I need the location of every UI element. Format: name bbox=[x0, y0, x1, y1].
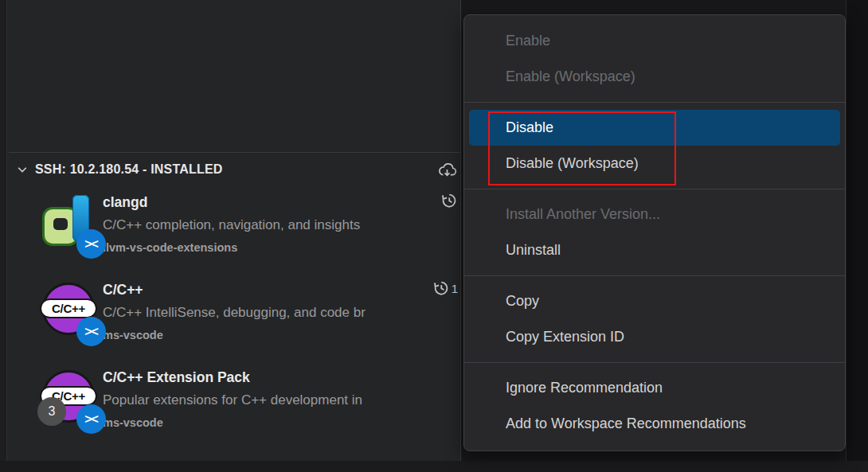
cpp-extension-pack-logo: C/C++ 3 >< bbox=[42, 370, 95, 423]
cpp-logo: C/C++ >< bbox=[42, 283, 95, 335]
remote-ssh-badge-icon: >< bbox=[76, 229, 106, 259]
extension-description: Popular extensions for C++ development i… bbox=[103, 388, 461, 412]
menu-item-uninstall[interactable]: Uninstall bbox=[464, 232, 845, 268]
pack-count-badge: 3 bbox=[37, 397, 66, 426]
extension-meta-count: 1 bbox=[452, 282, 458, 295]
extension-name: C/C++ bbox=[103, 279, 461, 300]
remote-ssh-badge-icon: >< bbox=[76, 317, 106, 346]
extension-row-clangd[interactable]: >< clangd C/C++ completion, navigation, … bbox=[7, 185, 461, 269]
menu-item-enable-workspace: Enable (Workspace) bbox=[464, 59, 845, 95]
editor-scrollbar-column bbox=[846, 0, 868, 472]
menu-item-copy-extension-id[interactable]: Copy Extension ID bbox=[464, 319, 845, 355]
menu-item-install-another-version: Install Another Version... bbox=[464, 197, 845, 232]
menu-separator bbox=[464, 189, 845, 189]
menu-item-enable: Enable bbox=[464, 23, 845, 59]
history-icon bbox=[432, 279, 450, 297]
section-header-label: SSH: 10.2.180.54 - INSTALLED bbox=[35, 162, 223, 177]
extension-publisher: ms-vscode bbox=[103, 325, 461, 346]
chevron-down-icon[interactable] bbox=[17, 164, 28, 175]
extension-description: C/C++ IntelliSense, debugging, and code … bbox=[103, 300, 461, 325]
status-bar-area bbox=[0, 461, 868, 472]
extension-description: C/C++ completion, navigation, and insigh… bbox=[103, 213, 461, 237]
cpp-logo-label: C/C++ bbox=[40, 298, 97, 318]
extension-name: clangd bbox=[103, 192, 461, 213]
menu-item-add-to-workspace-recommendations[interactable]: Add to Workspace Recommendations bbox=[464, 406, 845, 442]
extension-context-menu: Enable Enable (Workspace) Disable Disabl… bbox=[463, 14, 846, 451]
extension-row-cpp-extension-pack[interactable]: C/C++ 3 >< C/C++ Extension Pack Popular … bbox=[7, 360, 461, 444]
activity-bar-edge bbox=[0, 0, 7, 461]
clangd-logo: >< bbox=[42, 195, 95, 248]
section-header-ssh-installed[interactable]: SSH: 10.2.180.54 - INSTALLED bbox=[7, 156, 460, 183]
section-divider bbox=[9, 152, 460, 153]
extensions-sidebar: SSH: 10.2.180.54 - INSTALLED >< clangd C… bbox=[7, 0, 461, 461]
extension-publisher: llvm-vs-code-extensions bbox=[103, 237, 461, 259]
menu-separator bbox=[464, 362, 845, 363]
annotation-highlight-box bbox=[488, 111, 676, 185]
menu-separator bbox=[464, 102, 845, 103]
remote-ssh-badge-icon: >< bbox=[76, 404, 106, 434]
extension-name: C/C++ Extension Pack bbox=[103, 367, 461, 388]
history-icon bbox=[440, 192, 458, 209]
menu-item-ignore-recommendation[interactable]: Ignore Recommendation bbox=[464, 370, 845, 406]
menu-item-copy[interactable]: Copy bbox=[464, 283, 845, 319]
extension-row-cpp[interactable]: C/C++ >< C/C++ C/C++ IntelliSense, debug… bbox=[7, 272, 461, 357]
menu-separator bbox=[464, 275, 845, 276]
cloud-download-icon[interactable] bbox=[436, 159, 458, 181]
extension-publisher: ms-vscode bbox=[103, 412, 461, 434]
